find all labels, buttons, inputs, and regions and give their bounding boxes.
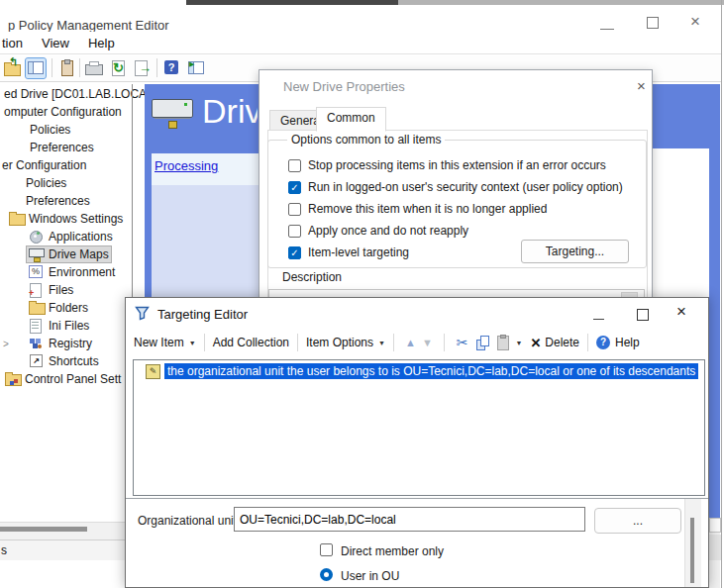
direct-member-checkbox[interactable] <box>320 543 333 556</box>
processing-panel-header: Processing <box>152 153 259 185</box>
tree-item-registry[interactable]: >Registry <box>0 335 131 352</box>
files-icon <box>29 283 46 297</box>
tree-item-label: Folders <box>49 301 88 315</box>
tree-item-policies[interactable]: Policies <box>0 174 131 192</box>
org-unit-input[interactable] <box>234 507 585 532</box>
bottom-pane-scrollbar[interactable] <box>684 499 701 587</box>
menu-action[interactable]: tion <box>2 36 23 50</box>
tree-item-preferences[interactable]: Preferences <box>0 192 131 210</box>
tree-item-windows-settings[interactable]: Windows Settings <box>0 210 131 228</box>
tree-item-label: er Configuration <box>2 158 86 172</box>
tree-item-policies[interactable]: Policies <box>0 121 131 139</box>
processing-link[interactable]: Processing <box>155 158 218 173</box>
export-list-icon[interactable]: → <box>132 58 152 78</box>
option-row: Stop processing items in this extension … <box>288 154 615 176</box>
console-tree-toggle-icon[interactable] <box>26 58 46 78</box>
targeting-item-row[interactable]: ✎ the organizational unit the user belon… <box>134 362 704 380</box>
help-button[interactable]: Help <box>615 336 640 349</box>
move-down-icon[interactable]: ▼ <box>422 337 433 348</box>
print-icon[interactable] <box>84 58 104 78</box>
menu-help[interactable]: Help <box>88 36 115 50</box>
tree-item-drive-maps[interactable]: Drive Maps <box>0 245 131 263</box>
toolbar-separator <box>444 334 445 351</box>
scrollbar-thumb[interactable] <box>690 518 694 583</box>
targeting-editor-dialog: Targeting Editor × New Item ▼ Add Collec… <box>125 297 709 588</box>
tree-item-applications[interactable]: Applications <box>0 228 131 245</box>
disc-icon <box>29 230 46 244</box>
maximize-icon[interactable] <box>637 309 649 321</box>
chevron-down-icon: ▼ <box>189 340 196 346</box>
registry-icon <box>29 337 46 350</box>
tree-item-ed-drive-dc01-lab-loca[interactable]: ed Drive [DC01.LAB.LOCA <box>0 85 131 103</box>
toolbar-separator <box>156 58 157 77</box>
maximize-icon[interactable] <box>647 17 659 29</box>
move-up-icon[interactable]: ▲ <box>405 337 416 348</box>
paste-icon[interactable] <box>497 336 509 350</box>
tree-item-label: Preferences <box>30 141 94 154</box>
show-window-icon[interactable]: ▶ <box>186 58 206 78</box>
close-icon[interactable]: × <box>637 77 646 94</box>
cut-icon[interactable]: ✂ <box>457 335 468 350</box>
funnel-icon <box>135 306 150 324</box>
toolbar-separator <box>297 334 298 351</box>
tree-item-preferences[interactable]: Preferences <box>0 139 131 156</box>
expander-icon[interactable]: > <box>3 339 9 349</box>
option-label: Item-level targeting <box>308 245 409 259</box>
checkbox[interactable] <box>288 225 301 238</box>
checkbox[interactable]: ✓ <box>288 181 301 194</box>
tree-item-environment[interactable]: Environment <box>0 263 131 281</box>
tree-item-label: omputer Configuration <box>4 105 122 119</box>
user-in-ou-radio[interactable] <box>320 568 333 581</box>
item-options-button[interactable]: Item Options ▼ <box>306 336 385 349</box>
description-label: Description <box>282 270 342 284</box>
paste-chevron-icon[interactable]: ▼ <box>516 340 523 346</box>
percent-icon <box>29 265 46 279</box>
delete-button[interactable]: Delete <box>545 336 579 349</box>
close-icon[interactable]: × <box>676 302 686 322</box>
pane-scrollbar-fragment <box>709 518 721 533</box>
checkbox[interactable] <box>288 203 301 216</box>
ini-icon <box>29 319 46 333</box>
checkbox[interactable]: ✓ <box>288 246 301 259</box>
tree-item-er-configuration[interactable]: er Configuration <box>0 156 131 174</box>
copy-icon[interactable] <box>476 336 489 350</box>
tree-item-label: Ini Files <box>49 319 89 333</box>
back-folder-icon[interactable]: ↰ <box>3 58 23 78</box>
tree-scrollbar-thumb[interactable] <box>0 527 87 532</box>
direct-member-label: Direct member only <box>341 544 444 558</box>
tree-item-omputer-configuration[interactable]: omputer Configuration <box>0 103 131 121</box>
new-item-button[interactable]: New Item ▼ <box>134 336 196 349</box>
tree-item-control-panel-sett[interactable]: Control Panel Sett <box>0 370 131 388</box>
toolbar-separator <box>52 58 52 77</box>
refresh-icon[interactable]: ↻ <box>109 58 129 78</box>
tree-item-label: Windows Settings <box>29 212 123 226</box>
pane-banner-title: Drive <box>202 92 258 131</box>
tree-item-label: Files <box>49 283 73 297</box>
tree-item-label: Applications <box>49 230 113 244</box>
close-icon[interactable]: × <box>690 13 700 30</box>
toolbar-separator <box>79 58 80 77</box>
tree-item-label: Policies <box>30 123 70 137</box>
tree-item-ini-files[interactable]: Ini Files <box>0 317 131 335</box>
tree-item-files[interactable]: Files <box>0 281 131 299</box>
option-label: Run in logged-on user's security context… <box>308 180 623 194</box>
tree-item-folders[interactable]: Folders <box>0 299 131 317</box>
browse-button[interactable]: ... <box>594 508 681 534</box>
status-bar <box>0 539 125 560</box>
help-icon[interactable]: ? <box>162 58 182 78</box>
tree-item-label: ed Drive [DC01.LAB.LOCA <box>4 87 147 101</box>
tree-item-label: Environment <box>49 265 115 279</box>
delete-x-icon[interactable]: ✕ <box>530 336 541 350</box>
minimize-icon[interactable] <box>600 15 614 30</box>
checkbox[interactable] <box>288 159 301 172</box>
add-collection-button[interactable]: Add Collection <box>213 336 289 349</box>
tree-item-shortcuts[interactable]: Shortcuts <box>0 352 131 370</box>
menu-view[interactable]: View <box>42 36 69 50</box>
minimize-icon[interactable] <box>593 308 604 320</box>
targeting-button[interactable]: Targeting... <box>521 240 629 263</box>
new-item-label: New Item <box>134 336 184 349</box>
help-icon[interactable]: ? <box>596 336 610 349</box>
tab-common[interactable]: Common <box>316 107 386 132</box>
dialog-title: Targeting Editor <box>157 307 248 322</box>
clipboard-icon[interactable] <box>57 58 77 78</box>
